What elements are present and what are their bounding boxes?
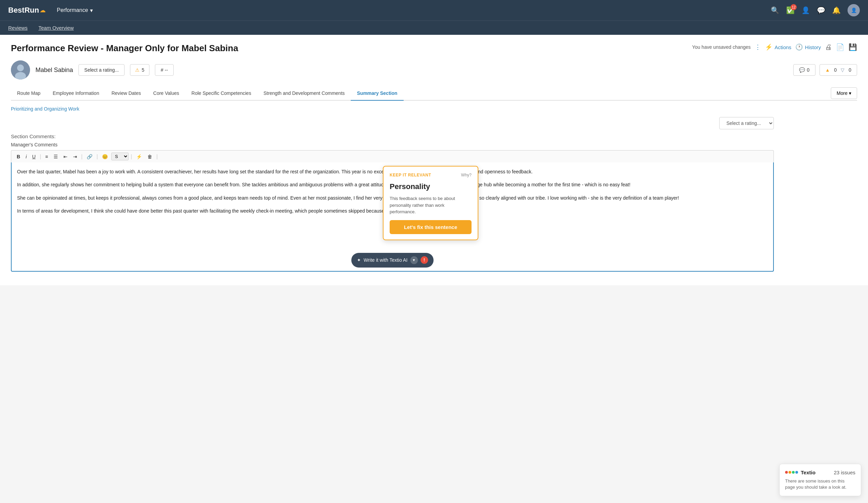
separator-1: |: [40, 154, 41, 160]
tab-core-values[interactable]: Core Values: [147, 86, 185, 101]
separator-5: |: [156, 154, 158, 160]
underline-button[interactable]: U: [30, 153, 38, 161]
popup-description: This feedback seems to be about personal…: [390, 195, 472, 215]
check-badge-icon[interactable]: ✅ 12: [786, 6, 795, 14]
textio-sparkle-icon: ✦: [357, 256, 361, 264]
search-icon[interactable]: 🔍: [771, 6, 779, 14]
logo-cloud-icon: ☁: [40, 7, 46, 14]
tab-employee-information[interactable]: Employee Information: [46, 86, 105, 101]
indent-left-button[interactable]: ⇤: [61, 153, 70, 161]
why-link[interactable]: Why?: [461, 172, 472, 178]
editor-area[interactable]: Over the last quarter, Mabel has been a …: [11, 162, 774, 271]
paragraph-1-text: Over the last quarter, Mabel has been a …: [17, 169, 442, 174]
separator-2: |: [81, 154, 83, 160]
chat-icon[interactable]: 💬: [817, 6, 825, 14]
tab-review-dates[interactable]: Review Dates: [105, 86, 147, 101]
employee-avatar: [11, 60, 30, 80]
bullet-list-button[interactable]: ☰: [52, 153, 60, 161]
separator-3: |: [96, 154, 98, 160]
logo[interactable]: BestRun ☁: [8, 6, 46, 15]
indent-right-button[interactable]: ⇥: [71, 153, 79, 161]
comment-count: 0: [807, 67, 810, 73]
chevron-down-icon: ▾: [90, 7, 93, 14]
section-link[interactable]: Prioritizing and Organizing Work: [11, 106, 857, 112]
svg-point-1: [17, 64, 24, 71]
page-title: Performance Review - Manager Only for Ma…: [11, 43, 238, 54]
delete-button[interactable]: 🗑: [145, 153, 154, 161]
emoji-button[interactable]: 😊: [100, 153, 110, 161]
tab-route-map[interactable]: Route Map: [11, 86, 46, 101]
style-select[interactable]: S H1 H2: [111, 153, 128, 161]
actions-button[interactable]: ⚡ Actions: [765, 43, 791, 51]
performance-nav-item[interactable]: Performance ▾: [56, 7, 93, 14]
down-count: 0: [849, 67, 851, 73]
textio-bar[interactable]: ✦ Write it with Textio AI ▾ !: [351, 253, 434, 268]
unsaved-changes-text: You have unsaved changes: [692, 44, 751, 50]
tab-bar: Route Map Employee Information Review Da…: [11, 86, 857, 101]
warning-triangle-icon: ⚠: [135, 67, 140, 73]
sub-navigation: Reviews Team Overview: [0, 20, 868, 35]
comment-icon: 💬: [799, 67, 805, 73]
page-header: Performance Review - Manager Only for Ma…: [11, 43, 857, 54]
section-comments-label: Section Comments:: [11, 133, 774, 139]
arrow-counts: ▲ 0 ▽ 0: [819, 64, 857, 76]
section-rating-select[interactable]: Select a rating...: [719, 117, 774, 129]
logo-text-best: BestRun: [8, 6, 39, 15]
top-navigation: BestRun ☁ Performance ▾ 🔍 ✅ 12 👤 💬 🔔 👤: [0, 0, 868, 20]
reviews-nav-item[interactable]: Reviews: [8, 21, 28, 35]
employee-name: Mabel Sabina: [35, 66, 73, 74]
chevron-down-icon: ▾: [849, 90, 851, 96]
actions-label: Actions: [775, 44, 791, 50]
pdf-icon[interactable]: 📄: [836, 43, 845, 51]
fix-sentence-button[interactable]: Let's fix this sentence: [390, 220, 472, 234]
badge-count: 12: [790, 4, 797, 10]
more-tabs-button[interactable]: More ▾: [831, 88, 857, 99]
tab-summary-section[interactable]: Summary Section: [351, 86, 403, 101]
rating-select-button[interactable]: Select a rating...: [79, 64, 125, 76]
ai-button[interactable]: ⚡: [134, 153, 144, 161]
keep-relevant-label: KEEP IT RELEVANT: [390, 172, 431, 178]
user-icon[interactable]: 👤: [802, 6, 810, 14]
print-icon[interactable]: 🖨: [825, 43, 832, 51]
header-actions: You have unsaved changes ⋮ ⚡ Actions 🕐 H…: [692, 43, 857, 51]
down-arrow-icon: ▽: [841, 67, 845, 73]
popup-title: Personality: [390, 181, 472, 193]
separator-4: |: [131, 154, 132, 160]
popup-header: KEEP IT RELEVANT Why?: [390, 172, 472, 178]
up-arrow-icon: ▲: [825, 67, 830, 73]
content-area: Prioritizing and Organizing Work Select …: [11, 101, 857, 277]
actions-icon: ⚡: [765, 43, 773, 51]
hash-value-button[interactable]: # --: [155, 64, 174, 76]
history-label: History: [805, 44, 821, 50]
up-count: 0: [834, 67, 837, 73]
textio-warning-icon: !: [420, 256, 428, 264]
main-content: Performance Review - Manager Only for Ma…: [0, 35, 868, 285]
tab-strength-development[interactable]: Strength and Development Comments: [257, 86, 351, 101]
bold-button[interactable]: B: [15, 153, 22, 161]
bell-icon[interactable]: 🔔: [832, 6, 841, 14]
editor-toolbar: B i U | ≡ ☰ ⇤ ⇥ | 🔗 | 😊 S H1 H2: [11, 150, 774, 162]
textio-dropdown[interactable]: ▾: [410, 256, 417, 264]
comment-count-button[interactable]: 💬 0: [793, 64, 815, 76]
italic-button[interactable]: i: [23, 153, 29, 161]
more-tabs-label: More: [837, 90, 848, 96]
content-left: Select a rating... Section Comments: Man…: [11, 117, 774, 271]
warning-count-button[interactable]: ⚠ 5: [130, 64, 149, 76]
personality-popup: KEEP IT RELEVANT Why? Personality This f…: [383, 166, 478, 240]
paragraph-1-end: and openness to feedback.: [474, 169, 533, 174]
history-button[interactable]: 🕐 History: [795, 43, 821, 51]
history-icon: 🕐: [795, 43, 803, 51]
team-overview-nav-item[interactable]: Team Overview: [39, 21, 74, 35]
align-left-button[interactable]: ≡: [43, 153, 50, 161]
more-options-icon[interactable]: ⋮: [755, 43, 761, 51]
performance-nav-label: Performance: [56, 7, 88, 13]
link-button[interactable]: 🔗: [85, 153, 94, 161]
warning-count: 5: [142, 67, 144, 73]
save-icon[interactable]: 💾: [849, 43, 857, 51]
textio-bar-label: Write it with Textio AI: [364, 256, 408, 264]
user-avatar[interactable]: 👤: [848, 4, 860, 17]
managers-comments-label: Manager's Comments: [11, 142, 774, 147]
employee-row: Mabel Sabina Select a rating... ⚠ 5 # --…: [11, 60, 857, 80]
tab-role-specific-competencies[interactable]: Role Specific Competencies: [185, 86, 257, 101]
